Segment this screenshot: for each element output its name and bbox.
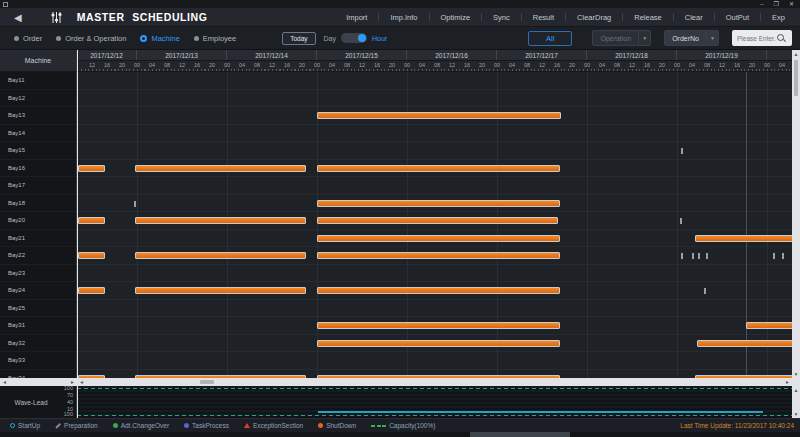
hour-tick-label: 12: [359, 62, 365, 68]
menu-item-import[interactable]: Import: [335, 13, 378, 22]
hscroll-thumb[interactable]: [200, 380, 214, 384]
timeline-date-header: 2017/12/122017/12/132017/12/142017/12/15…: [77, 50, 792, 61]
hour-tick-label: 12: [629, 62, 635, 68]
app-header: ◀ MASTER SCHEDULING ImportImp.InfoOptimi…: [0, 8, 800, 27]
task-bar[interactable]: [746, 322, 792, 329]
task-bar[interactable]: [135, 287, 306, 294]
dot-icon: [113, 423, 118, 428]
hour-tick-label: 20: [569, 62, 575, 68]
day-gridline: [767, 72, 768, 378]
menu-item-sync[interactable]: Sync: [482, 13, 521, 22]
machine-row-label: Bay25: [0, 300, 76, 318]
orderno-dropdown[interactable]: OrderNo ▼: [664, 30, 719, 46]
scroll-left-icon[interactable]: ◄: [0, 378, 9, 386]
today-button[interactable]: Today: [282, 32, 315, 45]
hour-tick-label: 00: [764, 62, 770, 68]
scroll-down-icon[interactable]: ▼: [792, 370, 800, 378]
time-marker-line: [746, 72, 747, 378]
operation-dropdown[interactable]: Operation ▼: [592, 30, 651, 46]
task-bar[interactable]: [317, 322, 560, 329]
task-bar[interactable]: [317, 217, 558, 224]
all-button[interactable]: All: [528, 31, 572, 46]
task-bar[interactable]: [135, 252, 306, 259]
task-bar[interactable]: [78, 252, 105, 259]
hour-tick-label: 16: [284, 62, 290, 68]
day-hour-toggle[interactable]: [341, 33, 367, 43]
menu-item-exp[interactable]: Exp: [761, 13, 796, 22]
machine-row-label: Bay31: [0, 317, 76, 335]
menu-item-clear[interactable]: Clear: [674, 13, 714, 22]
task-bar[interactable]: [317, 165, 560, 172]
scroll-right-icon[interactable]: ►: [783, 378, 792, 386]
task-bar[interactable]: [317, 235, 560, 242]
menu-item-optimize[interactable]: Optimize: [430, 13, 482, 22]
task-bar[interactable]: [697, 340, 792, 347]
chart-hscrollbar[interactable]: ◄ ►: [77, 378, 792, 386]
machine-row-label: Bay11: [0, 72, 76, 90]
gantt-row: [77, 352, 792, 370]
radio-label: Employee: [203, 34, 236, 43]
hour-tick-label: 04: [689, 62, 695, 68]
view-radio-employee[interactable]: Employee: [194, 34, 236, 43]
chart-vscrollbar[interactable]: ▲ ▼: [792, 50, 800, 378]
task-bar[interactable]: [317, 340, 560, 347]
slash-icon: [55, 423, 60, 428]
task-bar[interactable]: [317, 252, 560, 259]
last-update-text: Last Time Update: 11/23/2017 10:40:24: [680, 422, 800, 429]
search-input[interactable]: [732, 35, 776, 42]
menu-item-impinfo[interactable]: Imp.Info: [379, 13, 428, 22]
scroll-left-icon[interactable]: ◄: [77, 378, 86, 386]
task-bar[interactable]: [695, 235, 792, 242]
chevron-down-icon[interactable]: ▼: [638, 31, 650, 45]
timeline-hour-header: 1216200004081216200004081216200004081216…: [77, 61, 792, 72]
date-cell: 2017/12/14: [227, 50, 317, 60]
radio-icon: [194, 36, 199, 41]
task-bar[interactable]: [317, 200, 560, 207]
machine-row-label: Bay14: [0, 125, 76, 143]
task-bar[interactable]: [317, 112, 561, 119]
view-radio-orderoperation[interactable]: Order & Operation: [56, 34, 126, 43]
task-bar[interactable]: [78, 217, 105, 224]
machine-column-hscrollbar[interactable]: ◄ ►: [0, 378, 77, 386]
wave-vscrollbar[interactable]: ▲ ▼: [792, 386, 800, 418]
hour-tick-label: 08: [614, 62, 620, 68]
vscroll-thumb[interactable]: [794, 60, 798, 96]
machine-row-label: Bay23: [0, 265, 76, 283]
scroll-right-icon[interactable]: ►: [68, 378, 77, 386]
task-bar[interactable]: [135, 217, 306, 224]
legend-item-exceptionsection: ExceptionSection: [244, 422, 303, 429]
hour-tick-label: 00: [314, 62, 320, 68]
task-bar[interactable]: [78, 287, 105, 294]
scroll-down-icon[interactable]: ▼: [792, 410, 800, 418]
load-line: [318, 411, 763, 413]
machine-row-label: Bay21: [0, 230, 76, 248]
search-box[interactable]: [732, 30, 792, 46]
back-arrow-icon[interactable]: ◀: [14, 8, 22, 27]
view-radio-order[interactable]: Order: [14, 34, 42, 43]
hour-tick-label: 20: [479, 62, 485, 68]
hour-tick-label: 12: [449, 62, 455, 68]
hour-tick-label: 00: [494, 62, 500, 68]
hour-tick-label: 12: [719, 62, 725, 68]
view-toolbar: OrderOrder & OperationMachineEmployee To…: [0, 27, 800, 50]
scroll-up-icon[interactable]: ▲: [792, 386, 800, 394]
gantt-row: [77, 72, 792, 90]
task-bar[interactable]: [317, 287, 560, 294]
dot-icon: [184, 423, 189, 428]
task-bar[interactable]: [78, 165, 105, 172]
date-cell: 2017/12/17: [497, 50, 587, 60]
hour-label: Hour: [372, 35, 387, 42]
hour-tick-label: 08: [434, 62, 440, 68]
menu-item-output[interactable]: OutPut: [715, 13, 760, 22]
task-bar[interactable]: [135, 165, 306, 172]
radio-label: Order: [23, 34, 42, 43]
search-icon[interactable]: [776, 33, 786, 43]
legend-item-taskprocess: TaskProcess: [184, 422, 229, 429]
machine-row-label: Bay12: [0, 90, 76, 108]
scroll-up-icon[interactable]: ▲: [792, 50, 800, 58]
view-radio-machine[interactable]: Machine: [140, 34, 179, 43]
menu-item-cleardrag[interactable]: ClearDrag: [566, 13, 622, 22]
chevron-down-icon[interactable]: ▼: [706, 31, 718, 45]
menu-item-release[interactable]: Release: [623, 13, 673, 22]
menu-item-result[interactable]: Result: [522, 13, 565, 22]
